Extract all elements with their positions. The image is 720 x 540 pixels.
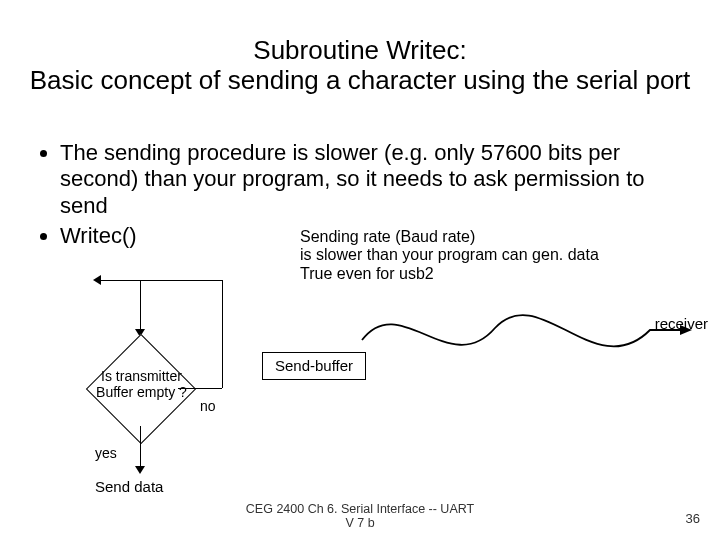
- flow-edge-no-v: [222, 280, 223, 388]
- decision-text: Is transmitter Buffer empty ?: [75, 368, 208, 400]
- footer-line1: CEG 2400 Ch 6. Serial Interface -- UART: [246, 502, 474, 516]
- footer-line2: V 7 b: [345, 516, 374, 530]
- arrow-down-icon: [135, 466, 145, 474]
- label-yes: yes: [95, 445, 117, 461]
- flowchart: Is transmitter Buffer empty ? no yes Sen…: [60, 280, 260, 510]
- flow-edge-no-h: [178, 388, 222, 389]
- sidenote-line1: Sending rate (Baud rate): [300, 228, 475, 245]
- label-no: no: [200, 398, 216, 414]
- title-line1: Subroutine Writec:: [253, 35, 466, 65]
- slide-title: Subroutine Writec: Basic concept of send…: [0, 36, 720, 96]
- signal-wave-icon: [360, 300, 690, 360]
- sidenote-line3: True even for usb2: [300, 265, 434, 282]
- bullet-1: The sending procedure is slower (e.g. on…: [60, 140, 688, 219]
- send-data-step: Send data: [95, 478, 163, 495]
- decision-line2: Buffer empty ?: [96, 384, 187, 400]
- flow-edge-down: [140, 280, 141, 335]
- title-line2: Basic concept of sending a character usi…: [30, 65, 691, 95]
- send-buffer-box: Send-buffer: [262, 352, 366, 380]
- sidenote-line2: is slower than your program can gen. dat…: [300, 246, 599, 263]
- receiver-label: receiver: [655, 315, 708, 332]
- footer-text: CEG 2400 Ch 6. Serial Interface -- UART …: [0, 502, 720, 530]
- decision-line1: Is transmitter: [101, 368, 182, 384]
- page-number: 36: [686, 511, 700, 526]
- sidenote-text: Sending rate (Baud rate) is slower than …: [300, 228, 700, 283]
